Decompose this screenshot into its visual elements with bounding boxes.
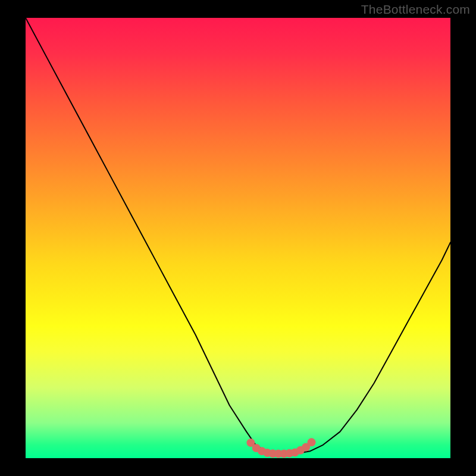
chart-frame: TheBottleneck.com xyxy=(0,0,476,476)
svg-point-11 xyxy=(308,438,316,446)
valley-markers xyxy=(26,18,450,458)
watermark-text: TheBottleneck.com xyxy=(361,2,470,17)
plot-area xyxy=(26,18,450,458)
